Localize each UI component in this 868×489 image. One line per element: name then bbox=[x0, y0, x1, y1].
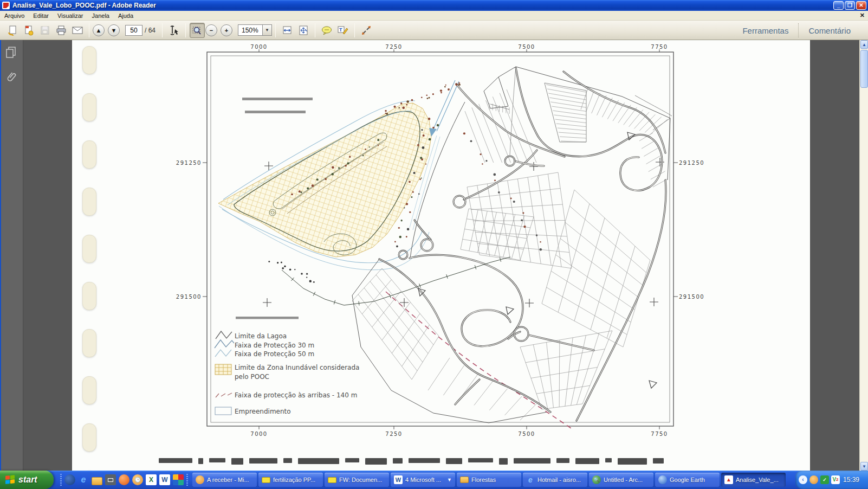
comment-bubble-button[interactable] bbox=[319, 23, 334, 38]
clock: 15:39 bbox=[843, 476, 859, 484]
menu-bar: Arquivo Editar Visualizar Janela Ajuda ✕ bbox=[0, 11, 868, 21]
minimize-button[interactable]: _ bbox=[833, 1, 844, 10]
next-page-button[interactable]: ▼ bbox=[108, 24, 120, 36]
windows-logo-icon bbox=[5, 475, 15, 485]
task-button-mail-fw-documen[interactable]: FW: Documen... bbox=[325, 473, 389, 487]
tray-reminder-clock-icon[interactable] bbox=[809, 475, 818, 484]
fit-page-button[interactable] bbox=[296, 23, 311, 38]
create-pdf-button[interactable] bbox=[21, 23, 36, 38]
tray-green-shield-icon[interactable]: ✓ bbox=[820, 475, 829, 484]
page-number-input[interactable] bbox=[125, 25, 142, 36]
imaging-app-icon[interactable] bbox=[105, 474, 116, 485]
print-button[interactable] bbox=[54, 23, 69, 38]
start-button[interactable]: start bbox=[0, 471, 54, 489]
excel-icon[interactable]: X bbox=[146, 474, 157, 485]
scroll-up-icon[interactable]: ▲ bbox=[860, 40, 868, 49]
zoom-in-button[interactable]: + bbox=[221, 24, 232, 36]
word-icon[interactable]: W bbox=[159, 474, 170, 485]
close-document-icon[interactable]: ✕ bbox=[860, 12, 865, 19]
taskbar: start e 🕒 X W A receber - Mi... fertiliz… bbox=[0, 471, 868, 489]
adobe-reader-app-icon bbox=[2, 2, 10, 9]
page-total-label: / 64 bbox=[145, 27, 156, 34]
media-player-icon[interactable] bbox=[64, 474, 75, 485]
sign-annotate-button[interactable]: T bbox=[335, 23, 351, 38]
binder-hole-mark bbox=[82, 140, 96, 169]
zoom-level-select[interactable]: 150% ▼ bbox=[238, 24, 272, 36]
task-button-hotmail[interactable]: e Hotmail - aisro... bbox=[523, 473, 587, 487]
task-button-outlook-inbox[interactable]: A receber - Mi... bbox=[192, 473, 257, 487]
menu-editar[interactable]: Editar bbox=[29, 11, 53, 20]
menu-janela[interactable]: Janela bbox=[88, 11, 114, 20]
menu-ajuda[interactable]: Ajuda bbox=[114, 11, 138, 20]
binder-hole-mark bbox=[82, 93, 96, 121]
task-button-mail-fertilizacao[interactable]: fertilização PP... bbox=[258, 473, 323, 487]
mail-envelope-icon bbox=[262, 477, 270, 483]
zoom-dropdown-arrow-icon[interactable]: ▼ bbox=[262, 25, 271, 35]
binder-hole-mark bbox=[82, 282, 96, 310]
attachments-paperclip-icon[interactable] bbox=[5, 70, 18, 83]
comentario-button[interactable]: Comentário bbox=[799, 26, 860, 35]
folder-icon[interactable] bbox=[92, 477, 102, 485]
close-button[interactable]: ✕ bbox=[856, 1, 866, 10]
group-dropdown-arrow-icon[interactable]: ▼ bbox=[447, 477, 452, 482]
desktop-screen: Analise_Vale_Lobo_POOC.pdf - Adobe Reade… bbox=[0, 0, 868, 489]
previous-page-button[interactable]: ▲ bbox=[93, 24, 105, 36]
tray-vnc-icon[interactable]: V2 bbox=[831, 475, 840, 484]
fullscreen-button[interactable] bbox=[359, 23, 374, 38]
window-titlebar: Analise_Vale_Lobo_POOC.pdf - Adobe Reade… bbox=[0, 0, 868, 11]
pdf-page bbox=[72, 40, 810, 471]
page-thumbnails-icon[interactable] bbox=[5, 46, 18, 59]
binder-hole-mark bbox=[82, 423, 96, 452]
folder-icon bbox=[460, 477, 469, 483]
menu-arquivo[interactable]: Arquivo bbox=[0, 11, 29, 20]
binder-hole-mark bbox=[82, 46, 96, 74]
mail-envelope-icon bbox=[328, 477, 336, 483]
fit-width-button[interactable] bbox=[280, 23, 295, 38]
scrollbar-thumb[interactable] bbox=[860, 50, 868, 88]
quick-launch-bar: e 🕒 X W bbox=[54, 474, 192, 486]
binder-hole-mark bbox=[82, 235, 96, 263]
internet-explorer-icon[interactable]: e bbox=[78, 474, 89, 485]
task-button-adobe-reader-active[interactable]: ▲ Analise_Vale_... bbox=[721, 473, 786, 487]
task-button-folder-florestas[interactable]: Florestas bbox=[457, 473, 521, 487]
word-icon: W bbox=[394, 475, 403, 484]
scroll-down-icon[interactable]: ▼ bbox=[860, 462, 868, 471]
partially-hidden-caption bbox=[159, 458, 664, 471]
orange-browser-icon[interactable] bbox=[119, 474, 129, 485]
google-earth-globe-icon bbox=[658, 475, 667, 484]
binder-hole-mark bbox=[82, 329, 96, 357]
toolbar: ▲ ▼ / 64 − + 150% ▼ T Ferramentas Coment… bbox=[0, 21, 868, 40]
internet-explorer-icon: e bbox=[526, 475, 535, 484]
ferramentas-button[interactable]: Ferramentas bbox=[733, 26, 798, 35]
outlook-clock-icon[interactable]: 🕒 bbox=[132, 474, 143, 485]
restore-button[interactable]: ❐ bbox=[845, 1, 855, 10]
document-content-area: 7000 7250 7500 7750 7000 7250 7500 7750 … bbox=[0, 40, 868, 471]
window-title: Analise_Vale_Lobo_POOC.pdf - Adobe Reade… bbox=[12, 2, 156, 9]
pdf-file-icon: ▲ bbox=[724, 475, 733, 484]
arcmap-globe-icon: 🔍 bbox=[592, 475, 601, 484]
zoom-level-value: 150% bbox=[238, 27, 262, 34]
svg-text:T: T bbox=[339, 27, 342, 33]
marquee-zoom-button[interactable] bbox=[190, 23, 205, 38]
binder-hole-mark bbox=[82, 376, 96, 404]
outlook-icon bbox=[196, 475, 204, 484]
navigation-pane-strip bbox=[0, 40, 23, 471]
taskbar-tasks: A receber - Mi... fertilização PP... FW:… bbox=[192, 473, 794, 487]
start-label: start bbox=[18, 475, 37, 485]
system-tray: ‹ ✓ V2 15:39 bbox=[795, 471, 868, 489]
email-button[interactable] bbox=[70, 23, 85, 38]
vertical-scrollbar[interactable]: ▲ ▼ bbox=[859, 40, 868, 471]
tray-expand-chevron-icon[interactable]: ‹ bbox=[799, 475, 807, 484]
zoom-out-button[interactable]: − bbox=[205, 24, 217, 36]
task-button-arcmap[interactable]: 🔍 Untitled - Arc... bbox=[589, 473, 653, 487]
select-tool-button[interactable] bbox=[166, 23, 182, 38]
remote-desktop-icon[interactable] bbox=[173, 474, 184, 485]
menu-visualizar[interactable]: Visualizar bbox=[53, 11, 88, 20]
task-button-word-group[interactable]: W 4 Microsoft ... ▼ bbox=[391, 473, 455, 487]
save-button-disabled bbox=[37, 23, 53, 38]
save-copy-button[interactable] bbox=[5, 23, 20, 38]
binder-hole-mark bbox=[82, 188, 96, 216]
task-button-google-earth[interactable]: Google Earth bbox=[655, 473, 720, 487]
